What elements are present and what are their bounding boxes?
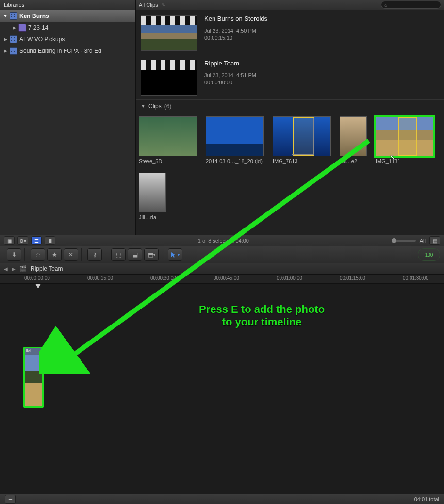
- project-name: Ken Burns on Steroids: [204, 15, 267, 22]
- chevron-down-icon: ▼: [141, 104, 146, 109]
- connect-clip-button[interactable]: ⬚: [111, 248, 126, 261]
- libraries-header: Libraries: [0, 0, 135, 10]
- project-date: Jul 23, 2014, 4:51 PM: [204, 72, 256, 79]
- filmstrip-view-button[interactable]: ☰: [31, 236, 42, 245]
- select-tool-dropdown[interactable]: ▾: [168, 248, 182, 261]
- gear-menu-button[interactable]: ⚙▾: [17, 236, 28, 245]
- clip-steve-5d[interactable]: Steve_5D: [139, 116, 197, 164]
- library-label: Sound Editing in FCPX - 3rd Ed: [19, 48, 101, 54]
- sort-icon: ⇅: [162, 3, 165, 8]
- zoom-indicator[interactable]: 100: [418, 248, 440, 261]
- timeline-history-back[interactable]: ◀: [4, 266, 8, 272]
- project-date: Jul 23, 2014, 4:50 PM: [204, 27, 267, 34]
- library-label: AEW VO Pickups: [19, 36, 65, 43]
- zoom-all-label: All: [420, 238, 426, 244]
- clip-2014-03[interactable]: 2014-03-0…_18_20 (id): [206, 116, 264, 164]
- browser-statusbar: ▣ ⚙▾ ☰ ≣ 1 of 8 selected, 04:00 All ▤: [0, 235, 444, 246]
- timeline-history-forward[interactable]: ▶: [12, 266, 16, 272]
- clips-grid: Steve_5D 2014-03-0…_18_20 (id) IMG_7613 …: [136, 113, 444, 224]
- unrate-button[interactable]: ★: [47, 248, 62, 261]
- library-sound-editing[interactable]: ▶ Sound Editing in FCPX - 3rd Ed: [0, 45, 135, 57]
- thumbnail-size-slider[interactable]: [392, 240, 416, 242]
- clips-section-header[interactable]: ▼ Clips (6): [136, 99, 444, 113]
- project-duration: 00:00:15:10: [204, 34, 267, 42]
- playhead-handle-icon[interactable]: [35, 284, 41, 289]
- ruler-tick: 00:00:00:00: [24, 276, 50, 281]
- library-icon: [10, 12, 17, 20]
- toggle-sidebar-button[interactable]: ▣: [4, 236, 15, 245]
- chevron-right-icon[interactable]: ▶: [3, 37, 8, 42]
- browser-panel: All Clips ⇅ ⌕ Ken Burns on Steroids Jul …: [136, 0, 444, 235]
- library-icon: [10, 47, 17, 55]
- project-icon: 🎬: [19, 265, 27, 272]
- timeline-header: ◀ ▶ 🎬 Ripple Team: [0, 263, 444, 275]
- timeline-project-name: Ripple Team: [31, 265, 63, 272]
- timeline-toolbar: ⬇ ☆ ★ ✕ ⚷ ⬚ ⬓ ⬒ ▾ ▾ 100: [0, 246, 444, 263]
- timeline-ruler[interactable]: 00:00:00:00 00:00:15:00 00:00:30:00 00:0…: [0, 275, 444, 284]
- annotation-text: Press E to add the photo to your timelin…: [199, 303, 325, 328]
- project-thumbnail: [141, 15, 197, 51]
- favorite-button[interactable]: ☆: [31, 248, 45, 261]
- timeline-clip-img-1131[interactable]: IM…: [23, 347, 44, 408]
- clip-img-7613[interactable]: IMG_7613: [273, 116, 331, 164]
- ruler-tick: 00:01:15:00: [340, 276, 365, 281]
- timeline-clip-label: IM…: [25, 348, 42, 355]
- keyword-button[interactable]: ⚷: [87, 248, 102, 261]
- event-label: 7-23-14: [28, 24, 48, 31]
- library-icon: [10, 35, 17, 43]
- project-name: Ripple Team: [204, 60, 256, 67]
- library-ken-burns[interactable]: ▼ Ken Burns: [0, 10, 135, 22]
- event-icon: [18, 24, 26, 32]
- library-label: Ken Burns: [19, 13, 49, 19]
- clip-img-1131[interactable]: IMG_1131: [376, 116, 434, 164]
- ruler-tick: 00:00:15:00: [87, 276, 113, 281]
- ruler-tick: 00:00:45:00: [214, 276, 239, 281]
- clip-jill-rla[interactable]: Jill…rla: [139, 173, 166, 220]
- ruler-tick: 00:00:30:00: [150, 276, 176, 281]
- clip-filter-dropdown[interactable]: All Clips ⇅: [139, 2, 165, 8]
- search-icon: ⌕: [384, 2, 387, 8]
- timeline-index-button[interactable]: ☰: [5, 495, 16, 504]
- insert-clip-button[interactable]: ⬓: [128, 248, 142, 261]
- clip-appearance-button[interactable]: ▤: [429, 236, 440, 245]
- chevron-down-icon[interactable]: ▼: [3, 14, 8, 18]
- libraries-sidebar: Libraries ▼ Ken Burns ▶ 7-23-14 ▶ AEW VO…: [0, 0, 136, 235]
- project-row[interactable]: Ken Burns on Steroids Jul 23, 2014, 4:50…: [136, 10, 444, 55]
- project-duration: 00:00:00:00: [204, 79, 256, 86]
- chevron-right-icon[interactable]: ▶: [3, 49, 8, 53]
- reject-button[interactable]: ✕: [64, 248, 78, 261]
- project-row[interactable]: Ripple Team Jul 23, 2014, 4:51 PM 00:00:…: [136, 55, 444, 99]
- append-clip-button[interactable]: ⬒ ▾: [144, 248, 159, 261]
- timeline-total-duration: 04:01 total: [414, 496, 439, 502]
- timeline-footer: ☰ 04:01 total: [0, 494, 444, 504]
- event-7-23-14[interactable]: ▶ 7-23-14: [0, 22, 135, 33]
- selection-readout: 1 of 8 selected, 04:00: [55, 238, 392, 244]
- project-thumbnail: [141, 60, 197, 96]
- library-aew-vo-pickups[interactable]: ▶ AEW VO Pickups: [0, 33, 135, 45]
- import-button[interactable]: ⬇: [7, 248, 21, 261]
- ruler-tick: 00:01:30:00: [403, 276, 428, 281]
- chevron-right-icon[interactable]: ▶: [12, 25, 16, 30]
- list-view-button[interactable]: ≣: [45, 236, 55, 245]
- ruler-tick: 00:01:00:00: [277, 276, 302, 281]
- clip-jill-e2[interactable]: Jill…e2: [340, 116, 367, 164]
- search-input[interactable]: ⌕: [381, 1, 441, 9]
- libraries-tree: ▼ Ken Burns ▶ 7-23-14 ▶ AEW VO Pickups ▶: [0, 10, 135, 235]
- timeline-clip-thumbnail: [25, 355, 42, 406]
